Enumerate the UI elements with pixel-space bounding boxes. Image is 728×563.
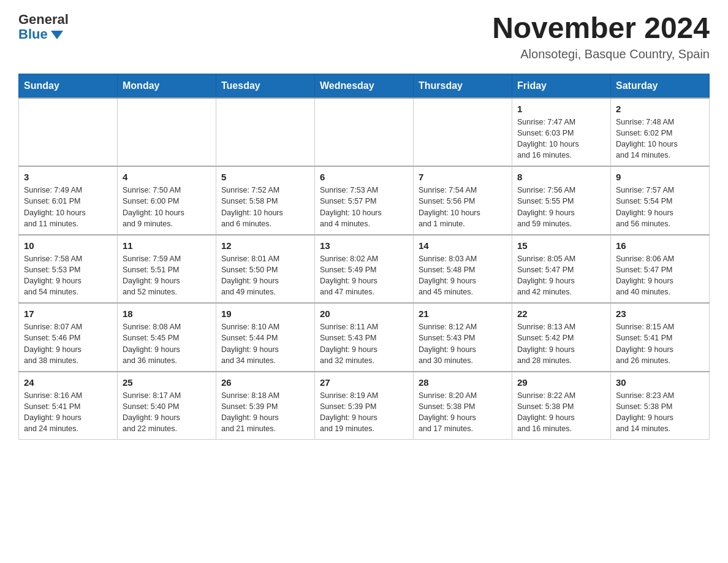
- logo-triangle-icon: [51, 31, 63, 39]
- day-number: 27: [320, 377, 408, 388]
- day-number: 7: [419, 172, 507, 182]
- day-info: Sunrise: 8:07 AMSunset: 5:46 PMDaylight:…: [24, 321, 112, 366]
- day-info: Sunrise: 8:15 AMSunset: 5:41 PMDaylight:…: [616, 321, 704, 366]
- day-number: 13: [320, 240, 408, 251]
- header-monday: Monday: [118, 74, 216, 98]
- day-info: Sunrise: 7:50 AMSunset: 6:00 PMDaylight:…: [123, 185, 211, 229]
- logo: General Blue: [18, 12, 69, 42]
- title-section: November 2024 Alonsotegi, Basque Country…: [492, 12, 710, 61]
- logo-blue-text: Blue: [18, 27, 69, 42]
- day-info: Sunrise: 8:10 AMSunset: 5:44 PMDaylight:…: [221, 321, 309, 366]
- day-number: 18: [123, 308, 211, 319]
- table-row: [315, 98, 414, 167]
- day-number: 21: [419, 308, 507, 319]
- day-info: Sunrise: 8:23 AMSunset: 5:38 PMDaylight:…: [616, 390, 704, 435]
- day-info: Sunrise: 8:18 AMSunset: 5:39 PMDaylight:…: [221, 390, 309, 435]
- table-row: 9Sunrise: 7:57 AMSunset: 5:54 PMDaylight…: [611, 166, 710, 235]
- table-row: 14Sunrise: 8:03 AMSunset: 5:48 PMDayligh…: [414, 235, 512, 304]
- day-number: 14: [419, 240, 507, 251]
- table-row: 4Sunrise: 7:50 AMSunset: 6:00 PMDaylight…: [118, 166, 216, 235]
- header-sunday: Sunday: [19, 74, 118, 98]
- day-number: 11: [123, 240, 211, 251]
- day-number: 4: [123, 172, 211, 182]
- day-info: Sunrise: 8:05 AMSunset: 5:47 PMDaylight:…: [517, 253, 605, 298]
- day-number: 30: [616, 377, 704, 388]
- day-info: Sunrise: 7:58 AMSunset: 5:53 PMDaylight:…: [24, 253, 112, 298]
- day-info: Sunrise: 8:03 AMSunset: 5:48 PMDaylight:…: [419, 253, 507, 298]
- table-row: 13Sunrise: 8:02 AMSunset: 5:49 PMDayligh…: [315, 235, 414, 304]
- table-row: 5Sunrise: 7:52 AMSunset: 5:58 PMDaylight…: [216, 166, 315, 235]
- logo-general-text: General: [18, 12, 69, 27]
- day-info: Sunrise: 7:47 AMSunset: 6:03 PMDaylight:…: [517, 117, 605, 161]
- table-row: 1Sunrise: 7:47 AMSunset: 6:03 PMDaylight…: [512, 98, 611, 167]
- table-row: 18Sunrise: 8:08 AMSunset: 5:45 PMDayligh…: [118, 303, 216, 372]
- day-number: 22: [517, 308, 605, 319]
- calendar-table: Sunday Monday Tuesday Wednesday Thursday…: [18, 74, 710, 440]
- calendar-row: 1Sunrise: 7:47 AMSunset: 6:03 PMDaylight…: [19, 98, 710, 167]
- day-info: Sunrise: 8:16 AMSunset: 5:41 PMDaylight:…: [24, 390, 112, 435]
- day-info: Sunrise: 7:48 AMSunset: 6:02 PMDaylight:…: [616, 117, 704, 161]
- table-row: 29Sunrise: 8:22 AMSunset: 5:38 PMDayligh…: [512, 372, 611, 440]
- day-number: 17: [24, 308, 112, 319]
- calendar-title: November 2024: [492, 12, 710, 45]
- day-number: 23: [616, 308, 704, 319]
- table-row: [19, 98, 118, 167]
- day-number: 12: [221, 240, 309, 251]
- day-info: Sunrise: 8:11 AMSunset: 5:43 PMDaylight:…: [320, 321, 408, 366]
- table-row: 27Sunrise: 8:19 AMSunset: 5:39 PMDayligh…: [315, 372, 414, 440]
- day-info: Sunrise: 8:01 AMSunset: 5:50 PMDaylight:…: [221, 253, 309, 298]
- day-number: 3: [24, 172, 112, 182]
- calendar-row: 10Sunrise: 7:58 AMSunset: 5:53 PMDayligh…: [19, 235, 710, 304]
- table-row: 19Sunrise: 8:10 AMSunset: 5:44 PMDayligh…: [216, 303, 315, 372]
- day-number: 29: [517, 377, 605, 388]
- day-info: Sunrise: 8:02 AMSunset: 5:49 PMDaylight:…: [320, 253, 408, 298]
- table-row: 24Sunrise: 8:16 AMSunset: 5:41 PMDayligh…: [19, 372, 118, 440]
- day-info: Sunrise: 8:22 AMSunset: 5:38 PMDaylight:…: [517, 390, 605, 435]
- day-number: 24: [24, 377, 112, 388]
- day-info: Sunrise: 8:17 AMSunset: 5:40 PMDaylight:…: [123, 390, 211, 435]
- table-row: [118, 98, 216, 167]
- header-tuesday: Tuesday: [216, 74, 315, 98]
- table-row: [216, 98, 315, 167]
- day-info: Sunrise: 7:56 AMSunset: 5:55 PMDaylight:…: [517, 185, 605, 229]
- table-row: 30Sunrise: 8:23 AMSunset: 5:38 PMDayligh…: [611, 372, 710, 440]
- table-row: 8Sunrise: 7:56 AMSunset: 5:55 PMDaylight…: [512, 166, 611, 235]
- day-number: 28: [419, 377, 507, 388]
- table-row: 6Sunrise: 7:53 AMSunset: 5:57 PMDaylight…: [315, 166, 414, 235]
- table-row: [414, 98, 512, 167]
- day-number: 8: [517, 172, 605, 182]
- table-row: 12Sunrise: 8:01 AMSunset: 5:50 PMDayligh…: [216, 235, 315, 304]
- table-row: 26Sunrise: 8:18 AMSunset: 5:39 PMDayligh…: [216, 372, 315, 440]
- header-wednesday: Wednesday: [315, 74, 414, 98]
- day-info: Sunrise: 8:13 AMSunset: 5:42 PMDaylight:…: [517, 321, 605, 366]
- day-number: 2: [616, 104, 704, 114]
- day-number: 10: [24, 240, 112, 251]
- table-row: 28Sunrise: 8:20 AMSunset: 5:38 PMDayligh…: [414, 372, 512, 440]
- calendar-subtitle: Alonsotegi, Basque Country, Spain: [492, 47, 710, 61]
- header-thursday: Thursday: [414, 74, 512, 98]
- calendar-header-row: Sunday Monday Tuesday Wednesday Thursday…: [19, 74, 710, 98]
- day-number: 15: [517, 240, 605, 251]
- day-number: 25: [123, 377, 211, 388]
- table-row: 20Sunrise: 8:11 AMSunset: 5:43 PMDayligh…: [315, 303, 414, 372]
- table-row: 7Sunrise: 7:54 AMSunset: 5:56 PMDaylight…: [414, 166, 512, 235]
- day-number: 19: [221, 308, 309, 319]
- day-number: 5: [221, 172, 309, 182]
- day-info: Sunrise: 7:52 AMSunset: 5:58 PMDaylight:…: [221, 185, 309, 229]
- day-info: Sunrise: 8:08 AMSunset: 5:45 PMDaylight:…: [123, 321, 211, 366]
- table-row: 2Sunrise: 7:48 AMSunset: 6:02 PMDaylight…: [611, 98, 710, 167]
- table-row: 16Sunrise: 8:06 AMSunset: 5:47 PMDayligh…: [611, 235, 710, 304]
- day-info: Sunrise: 7:57 AMSunset: 5:54 PMDaylight:…: [616, 185, 704, 229]
- table-row: 17Sunrise: 8:07 AMSunset: 5:46 PMDayligh…: [19, 303, 118, 372]
- day-number: 1: [517, 104, 605, 114]
- day-number: 6: [320, 172, 408, 182]
- day-info: Sunrise: 7:49 AMSunset: 6:01 PMDaylight:…: [24, 185, 112, 229]
- page-header: General Blue November 2024 Alonsotegi, B…: [18, 12, 710, 61]
- calendar-row: 17Sunrise: 8:07 AMSunset: 5:46 PMDayligh…: [19, 303, 710, 372]
- day-number: 16: [616, 240, 704, 251]
- day-info: Sunrise: 8:06 AMSunset: 5:47 PMDaylight:…: [616, 253, 704, 298]
- table-row: 10Sunrise: 7:58 AMSunset: 5:53 PMDayligh…: [19, 235, 118, 304]
- day-info: Sunrise: 7:53 AMSunset: 5:57 PMDaylight:…: [320, 185, 408, 229]
- day-info: Sunrise: 8:19 AMSunset: 5:39 PMDaylight:…: [320, 390, 408, 435]
- day-number: 9: [616, 172, 704, 182]
